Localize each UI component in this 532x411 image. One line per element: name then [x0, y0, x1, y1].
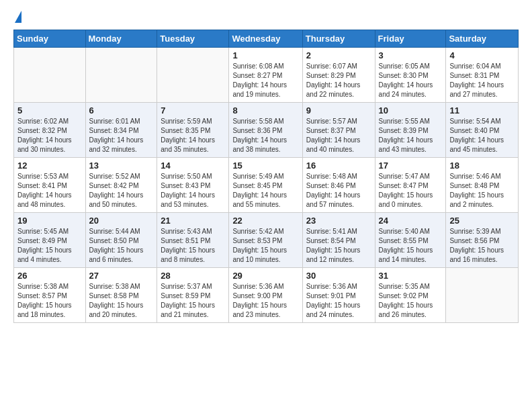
day-info: Sunrise: 5:48 AM Sunset: 8:46 PM Dayligh…: [306, 172, 371, 210]
day-info: Sunrise: 5:37 AM Sunset: 8:59 PM Dayligh…: [161, 282, 225, 320]
day-cell: 4Sunrise: 6:04 AM Sunset: 8:31 PM Daylig…: [446, 48, 519, 103]
day-cell: 7Sunrise: 5:59 AM Sunset: 8:35 PM Daylig…: [157, 103, 229, 158]
day-info: Sunrise: 6:05 AM Sunset: 8:30 PM Dayligh…: [379, 62, 443, 99]
day-info: Sunrise: 6:07 AM Sunset: 8:29 PM Dayligh…: [306, 62, 371, 99]
logo-triangle-icon: [15, 11, 21, 23]
day-number: 17: [379, 161, 443, 171]
header: [13, 11, 519, 23]
day-cell: 25Sunrise: 5:39 AM Sunset: 8:56 PM Dayli…: [446, 213, 519, 268]
day-cell: 27Sunrise: 5:38 AM Sunset: 8:58 PM Dayli…: [85, 268, 157, 323]
day-info: Sunrise: 5:42 AM Sunset: 8:53 PM Dayligh…: [232, 227, 298, 265]
day-info: Sunrise: 5:46 AM Sunset: 8:48 PM Dayligh…: [449, 172, 515, 210]
day-cell: 20Sunrise: 5:44 AM Sunset: 8:50 PM Dayli…: [85, 213, 157, 268]
day-info: Sunrise: 5:49 AM Sunset: 8:45 PM Dayligh…: [232, 172, 298, 210]
day-cell: 14Sunrise: 5:50 AM Sunset: 8:43 PM Dayli…: [157, 158, 229, 213]
weekday-header-tuesday: Tuesday: [157, 30, 229, 48]
day-cell: 17Sunrise: 5:47 AM Sunset: 8:47 PM Dayli…: [375, 158, 446, 213]
day-number: 20: [89, 216, 154, 226]
day-info: Sunrise: 5:38 AM Sunset: 8:57 PM Dayligh…: [17, 282, 82, 320]
day-info: Sunrise: 5:35 AM Sunset: 9:02 PM Dayligh…: [379, 282, 443, 320]
day-info: Sunrise: 5:36 AM Sunset: 9:01 PM Dayligh…: [306, 282, 371, 320]
day-info: Sunrise: 5:53 AM Sunset: 8:41 PM Dayligh…: [17, 172, 82, 210]
day-cell: 1Sunrise: 6:08 AM Sunset: 8:27 PM Daylig…: [229, 48, 302, 103]
day-number: 16: [306, 161, 371, 171]
day-cell: 5Sunrise: 6:02 AM Sunset: 8:32 PM Daylig…: [14, 103, 86, 158]
day-info: Sunrise: 6:01 AM Sunset: 8:34 PM Dayligh…: [89, 117, 154, 154]
day-number: 18: [449, 161, 515, 171]
day-info: Sunrise: 5:55 AM Sunset: 8:39 PM Dayligh…: [379, 117, 443, 154]
day-cell: 3Sunrise: 6:05 AM Sunset: 8:30 PM Daylig…: [375, 48, 446, 103]
day-cell: 23Sunrise: 5:41 AM Sunset: 8:54 PM Dayli…: [302, 213, 375, 268]
day-cell: 19Sunrise: 5:45 AM Sunset: 8:49 PM Dayli…: [14, 213, 86, 268]
day-info: Sunrise: 6:02 AM Sunset: 8:32 PM Dayligh…: [17, 117, 82, 154]
day-info: Sunrise: 6:04 AM Sunset: 8:31 PM Dayligh…: [449, 62, 515, 99]
day-number: 12: [17, 161, 82, 171]
day-number: 15: [232, 161, 298, 171]
day-number: 13: [89, 161, 154, 171]
day-cell: 21Sunrise: 5:43 AM Sunset: 8:51 PM Dayli…: [157, 213, 229, 268]
day-cell: 18Sunrise: 5:46 AM Sunset: 8:48 PM Dayli…: [446, 158, 519, 213]
day-cell: 31Sunrise: 5:35 AM Sunset: 9:02 PM Dayli…: [375, 268, 446, 323]
week-row-1: 1Sunrise: 6:08 AM Sunset: 8:27 PM Daylig…: [14, 48, 519, 103]
day-cell: 22Sunrise: 5:42 AM Sunset: 8:53 PM Dayli…: [229, 213, 302, 268]
day-cell: [446, 268, 519, 323]
day-info: Sunrise: 5:57 AM Sunset: 8:37 PM Dayligh…: [306, 117, 371, 154]
week-row-4: 19Sunrise: 5:45 AM Sunset: 8:49 PM Dayli…: [14, 213, 519, 268]
day-number: 2: [306, 50, 371, 60]
weekday-header-thursday: Thursday: [302, 30, 375, 48]
day-cell: 30Sunrise: 5:36 AM Sunset: 9:01 PM Dayli…: [302, 268, 375, 323]
page: SundayMondayTuesdayWednesdayThursdayFrid…: [0, 0, 532, 334]
day-info: Sunrise: 5:43 AM Sunset: 8:51 PM Dayligh…: [161, 227, 225, 265]
day-number: 1: [232, 50, 298, 60]
day-info: Sunrise: 5:47 AM Sunset: 8:47 PM Dayligh…: [379, 172, 443, 210]
day-number: 10: [379, 105, 443, 116]
day-number: 14: [161, 161, 225, 171]
day-info: Sunrise: 5:59 AM Sunset: 8:35 PM Dayligh…: [161, 117, 225, 154]
week-row-5: 26Sunrise: 5:38 AM Sunset: 8:57 PM Dayli…: [14, 268, 519, 323]
day-info: Sunrise: 5:45 AM Sunset: 8:49 PM Dayligh…: [17, 227, 82, 265]
day-info: Sunrise: 5:54 AM Sunset: 8:40 PM Dayligh…: [449, 117, 515, 154]
day-info: Sunrise: 5:58 AM Sunset: 8:36 PM Dayligh…: [232, 117, 298, 154]
day-number: 21: [161, 216, 225, 226]
day-cell: [85, 48, 157, 103]
day-number: 3: [379, 50, 443, 60]
day-info: Sunrise: 5:39 AM Sunset: 8:56 PM Dayligh…: [449, 227, 515, 265]
logo: [13, 11, 21, 23]
day-number: 24: [379, 216, 443, 226]
day-number: 25: [449, 216, 515, 226]
day-info: Sunrise: 6:08 AM Sunset: 8:27 PM Dayligh…: [232, 62, 298, 99]
day-number: 8: [232, 105, 298, 116]
day-cell: 11Sunrise: 5:54 AM Sunset: 8:40 PM Dayli…: [446, 103, 519, 158]
day-cell: 24Sunrise: 5:40 AM Sunset: 8:55 PM Dayli…: [375, 213, 446, 268]
day-cell: 15Sunrise: 5:49 AM Sunset: 8:45 PM Dayli…: [229, 158, 302, 213]
weekday-header-friday: Friday: [375, 30, 446, 48]
day-number: 11: [449, 105, 515, 116]
week-row-3: 12Sunrise: 5:53 AM Sunset: 8:41 PM Dayli…: [14, 158, 519, 213]
day-cell: 13Sunrise: 5:52 AM Sunset: 8:42 PM Dayli…: [85, 158, 157, 213]
day-number: 28: [161, 271, 225, 281]
day-number: 31: [379, 271, 443, 281]
day-cell: 28Sunrise: 5:37 AM Sunset: 8:59 PM Dayli…: [157, 268, 229, 323]
week-row-2: 5Sunrise: 6:02 AM Sunset: 8:32 PM Daylig…: [14, 103, 519, 158]
day-number: 26: [17, 271, 82, 281]
weekday-header-sunday: Sunday: [14, 30, 86, 48]
weekday-header-saturday: Saturday: [446, 30, 519, 48]
day-number: 9: [306, 105, 371, 116]
day-cell: 10Sunrise: 5:55 AM Sunset: 8:39 PM Dayli…: [375, 103, 446, 158]
day-cell: 6Sunrise: 6:01 AM Sunset: 8:34 PM Daylig…: [85, 103, 157, 158]
day-cell: 29Sunrise: 5:36 AM Sunset: 9:00 PM Dayli…: [229, 268, 302, 323]
day-number: 5: [17, 105, 82, 116]
day-number: 23: [306, 216, 371, 226]
day-number: 22: [232, 216, 298, 226]
day-info: Sunrise: 5:52 AM Sunset: 8:42 PM Dayligh…: [89, 172, 154, 210]
day-info: Sunrise: 5:36 AM Sunset: 9:00 PM Dayligh…: [232, 282, 298, 320]
day-number: 4: [449, 50, 515, 60]
day-cell: 26Sunrise: 5:38 AM Sunset: 8:57 PM Dayli…: [14, 268, 86, 323]
day-number: 19: [17, 216, 82, 226]
day-info: Sunrise: 5:41 AM Sunset: 8:54 PM Dayligh…: [306, 227, 371, 265]
day-cell: 8Sunrise: 5:58 AM Sunset: 8:36 PM Daylig…: [229, 103, 302, 158]
day-cell: [14, 48, 86, 103]
day-info: Sunrise: 5:44 AM Sunset: 8:50 PM Dayligh…: [89, 227, 154, 265]
day-number: 27: [89, 271, 154, 281]
weekday-header-monday: Monday: [85, 30, 157, 48]
